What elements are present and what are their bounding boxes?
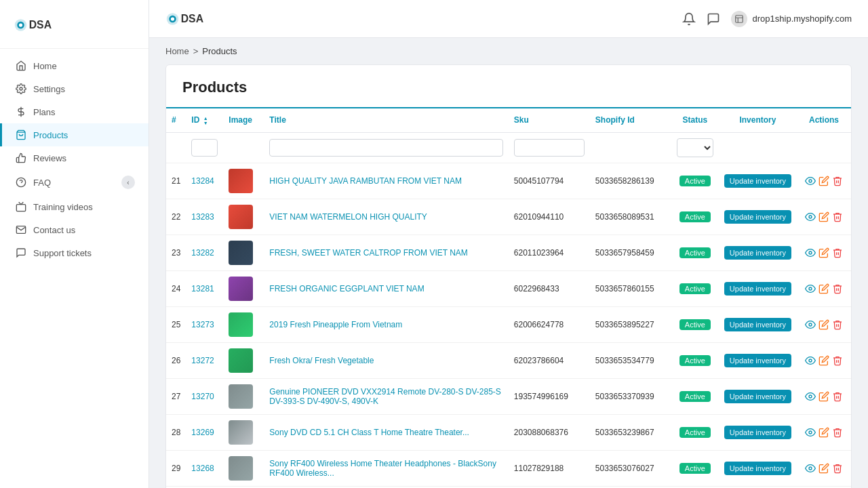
edit-icon[interactable] xyxy=(818,247,829,258)
edit-icon[interactable] xyxy=(818,463,829,474)
cell-status: Active xyxy=(671,450,719,486)
sidebar-item-products-label: Products xyxy=(33,130,68,140)
view-icon[interactable] xyxy=(805,391,816,402)
delete-icon[interactable] xyxy=(832,463,843,474)
view-icon[interactable] xyxy=(805,463,816,474)
edit-icon[interactable] xyxy=(818,176,829,186)
cell-image xyxy=(223,235,264,270)
product-thumbnail xyxy=(229,348,253,373)
product-thumbnail xyxy=(229,205,253,229)
filter-sku-input[interactable] xyxy=(514,139,585,157)
sidebar-item-settings[interactable]: Settings xyxy=(0,77,149,100)
sidebar-item-home-label: Home xyxy=(33,61,57,71)
cell-num: 24 xyxy=(166,270,186,306)
sidebar-item-support[interactable]: Support tickets xyxy=(0,241,149,264)
view-icon[interactable] xyxy=(805,355,816,366)
edit-icon[interactable] xyxy=(818,211,829,222)
svg-point-20 xyxy=(809,359,812,362)
edit-icon[interactable] xyxy=(818,427,829,438)
delete-icon[interactable] xyxy=(832,319,843,330)
product-title-link[interactable]: Sony DVD CD 5.1 CH Class T Home Theatre … xyxy=(269,428,469,437)
header-logo: DSA xyxy=(165,9,213,29)
view-icon[interactable] xyxy=(805,176,816,186)
sidebar-item-contact[interactable]: Contact us xyxy=(0,218,149,241)
update-inventory-button[interactable]: Update inventory xyxy=(724,462,791,475)
update-inventory-button[interactable]: Update inventory xyxy=(724,282,791,296)
update-inventory-button[interactable]: Update inventory xyxy=(724,246,791,260)
sidebar-item-training[interactable]: Training videos xyxy=(0,195,149,218)
breadcrumb: Home > Products xyxy=(149,38,868,64)
svg-point-2 xyxy=(19,23,22,26)
sidebar-item-plans-label: Plans xyxy=(33,107,56,117)
chat-icon[interactable] xyxy=(707,12,720,26)
contact-icon xyxy=(16,224,26,235)
product-title-link[interactable]: VIET NAM WATERMELON HIGH QUALITY xyxy=(269,212,427,222)
cell-sku: 6022968433 xyxy=(509,270,590,306)
delete-icon[interactable] xyxy=(832,211,843,222)
cell-status: Active xyxy=(671,163,719,199)
cell-shopify-id: 5033658089531 xyxy=(590,199,671,235)
delete-icon[interactable] xyxy=(832,283,843,294)
products-header: Products xyxy=(166,65,851,108)
home-icon xyxy=(16,60,26,71)
cell-status: Active xyxy=(671,270,719,306)
view-icon[interactable] xyxy=(805,283,816,294)
filter-title-input[interactable] xyxy=(269,139,502,157)
delete-icon[interactable] xyxy=(832,355,843,366)
sidebar-item-plans[interactable]: Plans xyxy=(0,100,149,123)
sidebar-item-home[interactable]: Home xyxy=(0,54,149,77)
action-icons xyxy=(802,355,846,366)
update-inventory-button[interactable]: Update inventory xyxy=(724,318,791,331)
update-inventory-button[interactable]: Update inventory xyxy=(724,174,791,188)
delete-icon[interactable] xyxy=(832,176,843,186)
update-inventory-button[interactable]: Update inventory xyxy=(724,390,791,403)
sidebar-collapse-btn[interactable]: ‹ xyxy=(121,176,135,189)
view-icon[interactable] xyxy=(805,427,816,438)
cell-actions xyxy=(797,450,851,486)
product-title-link[interactable]: 2019 Fresh Pineapple From Vietnam xyxy=(269,320,402,329)
update-inventory-button[interactable]: Update inventory xyxy=(724,354,791,367)
view-icon[interactable] xyxy=(805,247,816,258)
col-id[interactable]: ID ▲▼ xyxy=(186,108,223,132)
sidebar-item-reviews[interactable]: Reviews xyxy=(0,146,149,169)
filter-status-select[interactable] xyxy=(677,138,713,157)
delete-icon[interactable] xyxy=(832,427,843,438)
product-title-link[interactable]: FRESH, SWEET WATER CALTROP FROM VIET NAM xyxy=(269,248,467,258)
products-tbody: 21 13284 HIGH QUALITY JAVA RAMBUTAN FROM… xyxy=(166,163,851,488)
cell-num: 21 xyxy=(166,163,186,199)
cell-sku: 62006624778 xyxy=(509,306,590,342)
product-title-link[interactable]: FRESH ORGANIC EGGPLANT VIET NAM xyxy=(269,284,424,293)
col-sku: Sku xyxy=(509,108,590,132)
edit-icon[interactable] xyxy=(818,391,829,402)
cell-shopify-id: 5033653239867 xyxy=(590,414,671,450)
view-icon[interactable] xyxy=(805,211,816,222)
product-title-link[interactable]: HIGH QUALITY JAVA RAMBUTAN FROM VIET NAM xyxy=(269,176,462,186)
cell-actions xyxy=(797,163,851,199)
cell-shopify-id: 5033653076027 xyxy=(590,450,671,486)
edit-icon[interactable] xyxy=(818,319,829,330)
product-title-link[interactable]: Genuine PIONEER DVD VXX2914 Remote DV-28… xyxy=(269,387,501,406)
delete-icon[interactable] xyxy=(832,391,843,402)
status-badge: Active xyxy=(679,319,711,330)
product-thumbnail xyxy=(229,241,253,265)
breadcrumb-home[interactable]: Home xyxy=(165,46,189,56)
edit-icon[interactable] xyxy=(818,355,829,366)
update-inventory-button[interactable]: Update inventory xyxy=(724,426,791,439)
sidebar-item-faq[interactable]: FAQ ‹ xyxy=(0,169,149,195)
delete-icon[interactable] xyxy=(832,247,843,258)
cell-id: 13281 xyxy=(186,270,223,306)
product-title-link[interactable]: Fresh Okra/ Fresh Vegetable xyxy=(269,356,374,365)
sidebar-item-products[interactable]: Products xyxy=(0,123,149,146)
store-avatar xyxy=(731,11,747,27)
bell-icon[interactable] xyxy=(682,12,696,26)
update-inventory-button[interactable]: Update inventory xyxy=(724,210,791,224)
cell-shopify-id: 5033653534779 xyxy=(590,342,671,378)
svg-text:DSA: DSA xyxy=(181,13,203,24)
filter-id-input[interactable] xyxy=(191,139,218,157)
product-title-link[interactable]: Sony RF400 Wireless Home Theater Headpho… xyxy=(269,459,496,478)
col-image: Image xyxy=(223,108,264,132)
action-icons xyxy=(802,247,846,258)
training-icon xyxy=(16,201,26,212)
view-icon[interactable] xyxy=(805,319,816,330)
edit-icon[interactable] xyxy=(818,283,829,294)
